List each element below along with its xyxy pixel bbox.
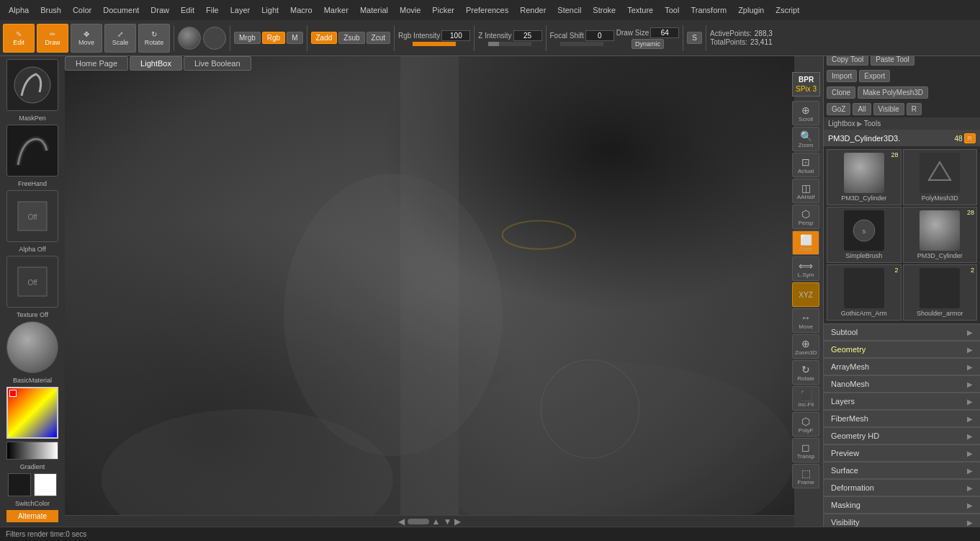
tool-item-gothic-arm[interactable]: GothicArm_Arm 2 (827, 264, 902, 321)
tab-homepage[interactable]: Home Page (65, 56, 128, 71)
bpr-button[interactable]: BPR SPix 3 (792, 72, 820, 97)
zadd-button[interactable]: Zadd (311, 32, 338, 44)
preview-section[interactable]: Preview ▶ (824, 444, 980, 462)
geometry-hd-section[interactable]: Geometry HD ▶ (824, 427, 980, 444)
r-shortcut-button[interactable]: R (907, 103, 922, 115)
alternate-button[interactable]: Alternate (6, 510, 58, 522)
scroll-down-arrow[interactable]: ▼ (444, 517, 452, 527)
tool-item-pm3d-cylinder[interactable]: PM3D_Cylinder 28 (827, 149, 902, 205)
menu-render[interactable]: Render (514, 4, 552, 16)
rotate-view-button[interactable]: ↻ Rotate (792, 360, 819, 385)
menu-stroke[interactable]: Stroke (587, 4, 621, 16)
edit-button[interactable]: ✎ Edit (3, 24, 35, 53)
menu-texture[interactable]: Texture (621, 4, 659, 16)
tool-item-pm3d-cylinder2[interactable]: PM3D_Cylinder 28 (903, 207, 978, 263)
menu-color[interactable]: Color (67, 4, 97, 16)
import-button[interactable]: Import (827, 70, 857, 82)
goz-button[interactable]: GoZ (827, 103, 850, 115)
alpha-off-item[interactable]: Off (6, 190, 58, 242)
tool-item-simplebrush[interactable]: S SimpleBrush (827, 207, 902, 263)
menu-material[interactable]: Material (354, 4, 394, 16)
scroll-view-button[interactable]: ⊕ Scroll (792, 101, 819, 125)
mask-pen-brush[interactable] (6, 59, 58, 111)
rotate-button[interactable]: ↻ Rotate (138, 24, 170, 53)
tab-live-boolean[interactable]: Live Boolean (184, 56, 251, 71)
deformation-section[interactable]: Deformation ▶ (824, 479, 980, 496)
nanomesh-section[interactable]: NanoMesh ▶ (824, 375, 980, 393)
menu-layer[interactable]: Layer (225, 4, 256, 16)
tab-lightbox[interactable]: LightBox (130, 56, 182, 71)
focal-shift-value[interactable]: 0 (585, 30, 614, 41)
subtool-section[interactable]: Subtool ▶ (824, 323, 980, 341)
scroll-up-arrow[interactable]: ▲ (432, 517, 441, 527)
lsym-button[interactable]: ⟺ L.Sym (792, 256, 819, 281)
rgb-intensity-value[interactable]: 100 (441, 30, 470, 41)
m-button[interactable]: M (287, 32, 302, 44)
export-button[interactable]: Export (859, 70, 890, 82)
s-button[interactable]: S (687, 32, 702, 44)
tool-item-polymesh3d[interactable]: PolyMesh3D (903, 149, 978, 205)
arraymesh-section[interactable]: ArrayMesh ▶ (824, 358, 980, 375)
color-swatch-white[interactable] (34, 473, 57, 496)
lightbox-label[interactable]: Lightbox (828, 120, 855, 128)
menu-light[interactable]: Light (256, 4, 284, 16)
draw-button[interactable]: ✏ Draw (37, 24, 68, 53)
gradient-picker[interactable] (6, 442, 58, 460)
polyf-button[interactable]: ⬡ PolyF (792, 412, 819, 437)
menu-picker[interactable]: Picker (426, 4, 460, 16)
menu-brush[interactable]: Brush (35, 4, 67, 16)
tool-item-shoulder-armor[interactable]: Shoulder_armor 2 (903, 264, 978, 321)
z-intensity-value[interactable]: 25 (513, 30, 542, 41)
surface-section[interactable]: Surface ▶ (824, 462, 980, 479)
texture-off-item[interactable]: Off (6, 256, 58, 308)
floor-button[interactable]: ⬜ Floor (792, 231, 819, 255)
transp-button[interactable]: ◻ Transp (792, 438, 819, 462)
fibermesh-section[interactable]: FiberMesh ▶ (824, 410, 980, 427)
menu-preferences[interactable]: Preferences (460, 4, 514, 16)
scale-button[interactable]: ⤢ Scale (104, 24, 136, 53)
masking-section[interactable]: Masking ▶ (824, 496, 980, 514)
clone-button[interactable]: Clone (827, 86, 855, 99)
move-view-button[interactable]: ↔ Move (792, 308, 819, 333)
menu-alpha[interactable]: Alpha (3, 4, 35, 16)
zcut-button[interactable]: Zcut (367, 32, 390, 44)
current-tool-r-button[interactable]: R (964, 133, 976, 143)
zoom3d-button[interactable]: ⊕ Zoom3D (792, 334, 819, 359)
menu-edit[interactable]: Edit (175, 4, 200, 16)
draw-size-value[interactable]: 64 (650, 27, 679, 38)
basic-material-preview[interactable] (6, 321, 58, 373)
menu-zplugin[interactable]: Zplugin (732, 4, 770, 16)
scroll-thumb[interactable] (408, 519, 429, 524)
menu-file[interactable]: File (200, 4, 225, 16)
all-button[interactable]: All (853, 103, 871, 115)
visible-button[interactable]: Visible (873, 103, 904, 115)
aahalf-button[interactable]: ◫ AAHalf (792, 179, 819, 203)
persp-button[interactable]: ⬡ Persp (792, 205, 819, 229)
main-canvas[interactable] (65, 56, 794, 527)
menu-macro[interactable]: Macro (284, 4, 318, 16)
scroll-left-arrow[interactable]: ◀ (398, 517, 405, 527)
tools-label[interactable]: Tools (864, 120, 881, 128)
freehand-brush[interactable] (6, 125, 58, 176)
mrgb-button[interactable]: Mrgb (234, 32, 261, 44)
dynamic-button[interactable]: Dynamic (631, 39, 664, 49)
flat-preview[interactable] (203, 27, 226, 50)
rgb-button[interactable]: Rgb (262, 32, 285, 44)
menu-document[interactable]: Document (97, 4, 145, 16)
zoom-button[interactable]: 🔍 Zoom (792, 127, 819, 151)
menu-movie[interactable]: Movie (394, 4, 426, 16)
frame-button[interactable]: ⬚ Frame (792, 464, 819, 488)
zsub-button[interactable]: Zsub (338, 32, 364, 44)
material-preview[interactable] (178, 27, 201, 50)
menu-stencil[interactable]: Stencil (552, 4, 587, 16)
color-picker[interactable] (6, 387, 58, 439)
scroll-right-arrow[interactable]: ▶ (454, 517, 461, 527)
layers-section[interactable]: Layers ▶ (824, 393, 980, 410)
canvas-scrollbar[interactable]: ◀ ▲ ▼ ▶ (65, 515, 794, 527)
fill-button[interactable]: ⬛ Inc-Fil (792, 386, 819, 411)
actual-button[interactable]: ⊡ Actual (792, 153, 819, 177)
xyz-button[interactable]: XYZ (792, 282, 819, 307)
menu-transform[interactable]: Transform (685, 4, 732, 16)
color-swatch-black[interactable] (8, 473, 31, 496)
menu-zscript[interactable]: Zscript (770, 4, 805, 16)
